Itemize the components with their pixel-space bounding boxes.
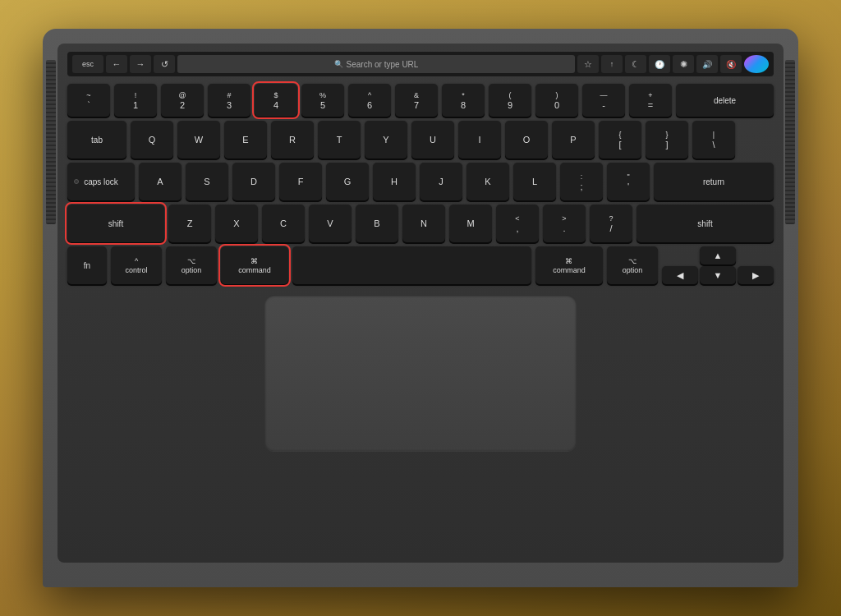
key-m[interactable]: M xyxy=(449,205,492,242)
keyboard-area: esc ← → ↺ 🔍 Search or type URL ☆ ↑ ☾ 🕐 ✺… xyxy=(57,44,784,563)
key-w[interactable]: W xyxy=(177,121,220,159)
key-r[interactable]: R xyxy=(271,121,314,159)
key-k[interactable]: K xyxy=(466,163,509,200)
key-comma[interactable]: <, xyxy=(496,205,539,242)
key-l[interactable]: L xyxy=(513,163,556,200)
key-semicolon[interactable]: :; xyxy=(560,163,603,200)
key-u[interactable]: U xyxy=(411,121,454,159)
key-tilde[interactable]: ~ ` xyxy=(67,84,110,117)
trackpad-area xyxy=(67,295,774,451)
key-equals[interactable]: += xyxy=(629,84,672,117)
key-backslash[interactable]: |\ xyxy=(692,121,735,159)
touchbar-share-icon[interactable]: ↑ xyxy=(601,55,623,73)
qwerty-row: tab Q W E R T Y U I O P {[ }] |\ xyxy=(67,121,774,159)
key-7[interactable]: &7 xyxy=(395,84,438,117)
key-x[interactable]: X xyxy=(215,205,258,242)
key-option-left[interactable]: ⌥option xyxy=(166,246,217,284)
key-v[interactable]: V xyxy=(309,205,352,242)
key-option-right[interactable]: ⌥option xyxy=(607,246,658,284)
number-row: ~ ` !1 @2 #3 $4 %5 ^6 xyxy=(67,84,774,117)
touchbar-clock-icon[interactable]: 🕐 xyxy=(649,55,670,73)
touchbar-refresh-icon[interactable]: ↺ xyxy=(154,55,175,73)
key-j[interactable]: J xyxy=(420,163,462,200)
key-arrow-up[interactable]: ▲ xyxy=(700,246,736,264)
key-quote[interactable]: "' xyxy=(607,163,650,200)
key-minus[interactable]: —- xyxy=(582,84,625,117)
bottom-row: fn ^control ⌥option ⌘command ⌘command ⌥o… xyxy=(67,246,774,284)
key-close-bracket[interactable]: }] xyxy=(646,121,688,159)
touch-bar: esc ← → ↺ 🔍 Search or type URL ☆ ↑ ☾ 🕐 ✺… xyxy=(67,52,774,76)
key-5[interactable]: %5 xyxy=(301,84,344,117)
key-spacebar[interactable] xyxy=(292,246,531,284)
zxcv-row: shift Z X C V B N M <, >. ?/ shift xyxy=(67,205,774,242)
key-arrow-right[interactable]: ▶ xyxy=(738,266,774,284)
key-period[interactable]: >. xyxy=(543,205,586,242)
key-6[interactable]: ^6 xyxy=(348,84,391,117)
key-h[interactable]: H xyxy=(373,163,416,200)
key-caps-lock[interactable]: caps lock xyxy=(67,163,135,200)
touchbar-mute-icon[interactable]: 🔇 xyxy=(720,55,742,73)
touchbar-back-icon[interactable]: ← xyxy=(106,55,127,73)
caps-lock-led xyxy=(74,179,79,184)
touchbar-esc-key[interactable]: esc xyxy=(72,55,103,73)
key-2[interactable]: @2 xyxy=(161,84,204,117)
key-a[interactable]: A xyxy=(139,163,182,200)
key-n[interactable]: N xyxy=(402,205,445,242)
key-1[interactable]: !1 xyxy=(114,84,157,117)
key-arrow-left[interactable]: ◀ xyxy=(662,266,698,284)
key-g[interactable]: G xyxy=(326,163,369,200)
touchbar-url-bar[interactable]: 🔍 Search or type URL xyxy=(177,55,575,73)
key-f[interactable]: F xyxy=(279,163,322,200)
key-8[interactable]: *8 xyxy=(442,84,485,117)
key-d[interactable]: D xyxy=(232,163,275,200)
touchbar-forward-icon[interactable]: → xyxy=(130,55,151,73)
touchbar-moon-icon[interactable]: ☾ xyxy=(625,55,646,73)
trackpad[interactable] xyxy=(264,295,577,451)
asdf-row: caps lock A S D F G H J K L :; "' return xyxy=(67,163,774,200)
key-command-right[interactable]: ⌘command xyxy=(535,246,603,284)
key-tab[interactable]: tab xyxy=(67,121,126,159)
touchbar-siri-icon[interactable] xyxy=(744,55,769,73)
key-p[interactable]: P xyxy=(552,121,595,159)
key-o[interactable]: O xyxy=(505,121,548,159)
key-z[interactable]: Z xyxy=(168,205,211,242)
key-s[interactable]: S xyxy=(186,163,228,200)
touchbar-volume-icon[interactable]: 🔊 xyxy=(696,55,718,73)
key-c[interactable]: C xyxy=(262,205,305,242)
key-shift-left[interactable]: shift xyxy=(67,205,164,242)
key-arrow-down[interactable]: ▼ xyxy=(700,266,736,284)
key-shift-right[interactable]: shift xyxy=(636,205,774,242)
key-fn[interactable]: fn xyxy=(67,246,107,284)
key-4[interactable]: $4 xyxy=(255,84,297,117)
key-delete[interactable]: delete xyxy=(676,84,774,117)
touchbar-brightness-icon[interactable]: ✺ xyxy=(673,55,694,73)
key-return[interactable]: return xyxy=(654,163,774,200)
key-slash[interactable]: ?/ xyxy=(590,205,632,242)
laptop-body: esc ← → ↺ 🔍 Search or type URL ☆ ↑ ☾ 🕐 ✺… xyxy=(43,29,798,587)
key-y[interactable]: Y xyxy=(365,121,407,159)
key-command-left[interactable]: ⌘command xyxy=(221,246,288,284)
key-i[interactable]: I xyxy=(458,121,501,159)
key-open-bracket[interactable]: {[ xyxy=(599,121,641,159)
key-9[interactable]: (9 xyxy=(489,84,531,117)
key-e[interactable]: E xyxy=(224,121,267,159)
key-b[interactable]: B xyxy=(356,205,398,242)
key-t[interactable]: T xyxy=(318,121,361,159)
key-0[interactable]: )0 xyxy=(535,84,578,117)
key-control[interactable]: ^control xyxy=(111,246,162,284)
key-3[interactable]: #3 xyxy=(208,84,250,117)
touchbar-star-icon[interactable]: ☆ xyxy=(577,55,599,73)
arrow-key-cluster: ▲ ◀ ▼ ▶ xyxy=(662,246,774,284)
key-q[interactable]: Q xyxy=(131,121,173,159)
